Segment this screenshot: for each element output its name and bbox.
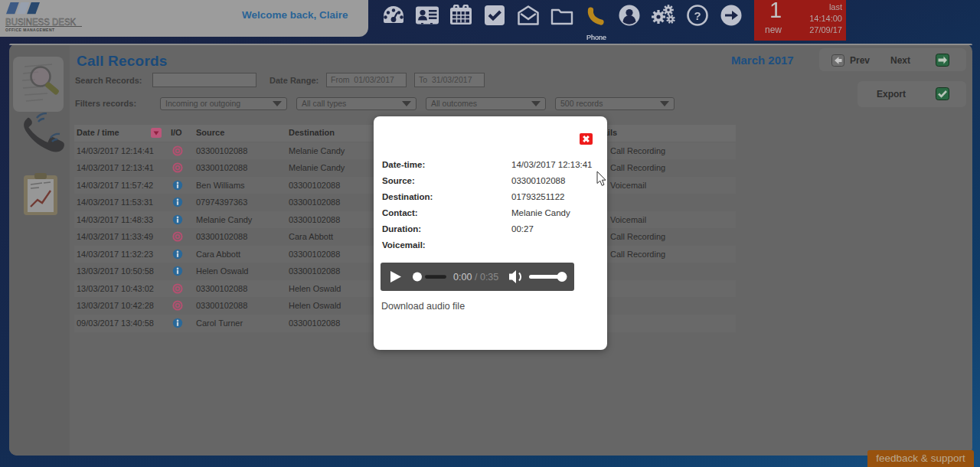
svg-text:0:00: 0:00: [453, 272, 472, 282]
svg-text:/ 0:35: / 0:35: [475, 272, 498, 282]
svg-text:?: ?: [694, 9, 701, 22]
